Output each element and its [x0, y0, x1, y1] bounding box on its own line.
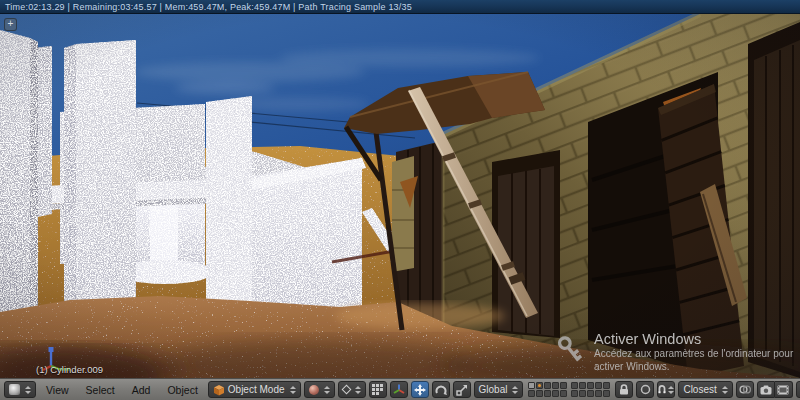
- lock-to-scene-button[interactable]: [615, 381, 633, 398]
- opengl-render-still-button[interactable]: [757, 381, 775, 398]
- scale-icon: [456, 384, 468, 396]
- layer-toggle[interactable]: [579, 390, 586, 397]
- proportional-edit-dropdown[interactable]: [636, 381, 654, 398]
- blender-window: Time:02:13.29 | Remaining:03:45.57 | Mem…: [0, 0, 800, 400]
- snap-magnet-icon: [658, 384, 666, 395]
- rendered-scene: [0, 14, 800, 378]
- layer-toggle[interactable]: [552, 382, 559, 389]
- watermark-line1: Accédez aux paramètres de l'ordinateur p…: [594, 347, 793, 360]
- layer-toggle[interactable]: [536, 382, 543, 389]
- film-icon: [777, 385, 789, 395]
- scale-manipulator-button[interactable]: [453, 381, 471, 398]
- layer-toggle[interactable]: [536, 390, 543, 397]
- manipulator-toggle-button[interactable]: [390, 381, 408, 398]
- toolbar-expand-button[interactable]: +: [4, 18, 17, 31]
- pause-render-button[interactable]: [796, 381, 800, 398]
- mode-label: Object Mode: [228, 384, 285, 395]
- layer-toggle[interactable]: [544, 390, 551, 397]
- manipulator-axes-icon: [393, 384, 405, 396]
- snap-target-label: Closest: [683, 384, 716, 395]
- object-mode-cube-icon: [213, 384, 225, 396]
- layer-toggle[interactable]: [560, 382, 567, 389]
- layer-toggle[interactable]: [528, 382, 535, 389]
- editor-type-button[interactable]: [4, 381, 36, 398]
- stepper-arrows: [290, 386, 296, 394]
- active-object-info: (1) Cylinder.009: [36, 364, 103, 375]
- layer-toggle[interactable]: [528, 390, 535, 397]
- orientation-label: Global: [479, 384, 508, 395]
- layer-toggle[interactable]: [552, 390, 559, 397]
- vignette: [0, 14, 800, 378]
- viewport-3d[interactable]: + (1) Cylinder.009 Activer Windows Accéd…: [0, 14, 800, 378]
- translate-manipulator-button[interactable]: [411, 381, 429, 398]
- menu-view[interactable]: View: [39, 384, 76, 396]
- layer-toggle[interactable]: [595, 390, 602, 397]
- watermark-line2: activer Windows.: [594, 360, 793, 373]
- shading-dropdown[interactable]: [304, 381, 335, 398]
- layers-widget[interactable]: [528, 382, 610, 397]
- lock-icon: [619, 384, 629, 395]
- snap-peel-button[interactable]: [736, 381, 754, 398]
- windows-key-icon: [556, 333, 586, 369]
- layer-toggle[interactable]: [571, 382, 578, 389]
- stepper-arrows: [25, 386, 31, 394]
- layer-toggle[interactable]: [571, 390, 578, 397]
- layer-toggle[interactable]: [595, 382, 602, 389]
- menu-add[interactable]: Add: [125, 384, 158, 396]
- rotate-icon: [435, 384, 447, 396]
- center-points-icon: [372, 384, 383, 395]
- layer-toggle[interactable]: [603, 382, 610, 389]
- proportional-edit-icon: [640, 384, 651, 395]
- layer-toggle[interactable]: [587, 382, 594, 389]
- opengl-render-anim-button[interactable]: [775, 381, 793, 398]
- pivot-point-icon: [341, 385, 351, 395]
- stepper-arrows: [355, 386, 361, 394]
- stepper-arrows: [512, 386, 518, 394]
- camera-icon: [760, 385, 772, 395]
- viewport-header: View Select Add Object Object Mode: [0, 378, 800, 400]
- snap-peel-icon: [739, 384, 751, 395]
- pivot-dropdown[interactable]: [338, 381, 366, 398]
- stepper-arrows: [668, 386, 674, 394]
- viewport-shading-rendered-icon: [309, 385, 319, 395]
- render-stats-text: Time:02:13.29 | Remaining:03:45.57 | Mem…: [0, 2, 412, 12]
- layer-toggle[interactable]: [579, 382, 586, 389]
- info-header-bar: Time:02:13.29 | Remaining:03:45.57 | Mem…: [0, 0, 800, 14]
- snap-target-dropdown[interactable]: Closest: [678, 381, 732, 398]
- menu-object[interactable]: Object: [160, 384, 204, 396]
- translate-icon: [414, 384, 426, 396]
- snap-toggle-button[interactable]: [657, 381, 675, 398]
- watermark-title: Activer Windows: [594, 331, 793, 347]
- menu-select[interactable]: Select: [79, 384, 122, 396]
- stepper-arrows: [722, 386, 728, 394]
- layer-toggle[interactable]: [603, 390, 610, 397]
- layer-toggle[interactable]: [587, 390, 594, 397]
- orientation-dropdown[interactable]: Global: [474, 381, 524, 398]
- mode-dropdown[interactable]: Object Mode: [208, 381, 301, 398]
- manipulate-center-points-button[interactable]: [369, 381, 387, 398]
- layer-toggle[interactable]: [544, 382, 551, 389]
- opengl-render-group: [757, 381, 793, 398]
- layer-toggle[interactable]: [560, 390, 567, 397]
- rotate-manipulator-button[interactable]: [432, 381, 450, 398]
- editor-3dview-icon: [9, 384, 20, 395]
- stepper-arrows: [324, 386, 330, 394]
- activate-windows-watermark: Activer Windows Accédez aux paramètres d…: [556, 331, 796, 373]
